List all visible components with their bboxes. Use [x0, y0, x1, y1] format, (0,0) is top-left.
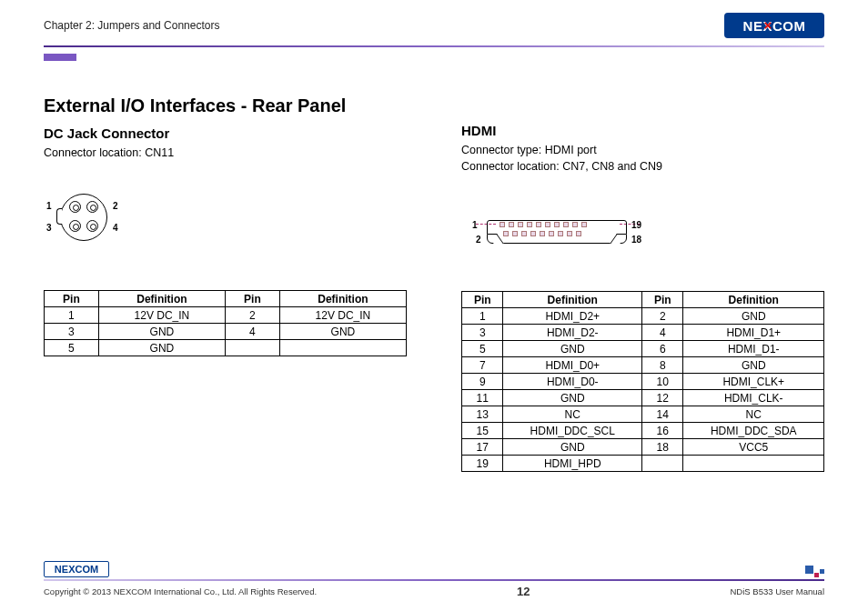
table-row: 9HDMI_D0-10HDMI_CLK+: [462, 374, 824, 390]
table-row: 3GND4GND: [45, 324, 407, 340]
table-cell: HDMI_D2+: [503, 308, 642, 325]
chapter-label: Chapter 2: Jumpers and Connectors: [44, 19, 219, 32]
header-accent-block: [44, 54, 76, 61]
page-footer: NEXCOM Copyright © 2013 NEXCOM Internati…: [44, 561, 824, 598]
dc-pin-label-3: 3: [46, 223, 52, 233]
table-cell: HDMI_HPD: [503, 456, 642, 472]
th: Definition: [683, 292, 824, 308]
table-cell: 8: [642, 357, 683, 374]
footer-accent-bar: [44, 579, 824, 581]
table-header-row: Pin Definition Pin Definition: [45, 291, 407, 307]
table-cell: GND: [98, 340, 225, 356]
table-cell: VCC5: [683, 439, 824, 456]
dc-table-body: 112V DC_IN212V DC_IN3GND4GND5GND: [45, 307, 407, 356]
table-row: 11GND12HDMI_CLK-: [462, 390, 824, 406]
hdmi-diagram: 1 19 2 18: [461, 211, 661, 256]
page-header: Chapter 2: Jumpers and Connectors NEXCOM: [44, 13, 824, 42]
table-cell: 15: [462, 423, 503, 439]
table-row: 3HDMI_D2-4HDMI_D1+: [462, 325, 824, 341]
table-header-row: Pin Definition Pin Definition: [462, 292, 824, 308]
table-row: 7HDMI_D0+8GND: [462, 357, 824, 374]
dc-jack-column: External I/O Interfaces - Rear Panel DC …: [44, 95, 407, 472]
table-cell: 16: [642, 423, 683, 439]
table-cell: 12: [642, 390, 683, 406]
dc-pin-table: Pin Definition Pin Definition 112V DC_IN…: [44, 290, 407, 356]
hdmi-column: HDMI Connector type: HDMI port Connector…: [461, 95, 824, 472]
table-cell: [683, 456, 824, 472]
th: Definition: [503, 292, 642, 308]
dc-pin-label-2: 2: [113, 201, 118, 211]
table-cell: 1: [462, 308, 503, 325]
table-cell: GND: [503, 390, 642, 406]
table-cell: HDMI_CLK+: [683, 374, 824, 390]
table-cell: 10: [642, 374, 683, 390]
hdmi-pin-label-18: 18: [631, 235, 641, 245]
table-cell: 7: [462, 357, 503, 374]
table-cell: HDMI_D1-: [683, 341, 824, 357]
table-cell: 18: [642, 439, 683, 456]
th: Pin: [462, 292, 503, 308]
hdmi-table-body: 1HDMI_D2+2GND3HDMI_D2-4HDMI_D1+5GND6HDMI…: [462, 308, 824, 472]
hdmi-type: Connector type: HDMI port: [461, 142, 824, 158]
table-cell: 6: [642, 341, 683, 357]
table-cell: 17: [462, 439, 503, 456]
table-cell: 5: [462, 341, 503, 357]
table-cell: 9: [462, 374, 503, 390]
table-cell: 12V DC_IN: [279, 307, 406, 324]
table-row: 112V DC_IN212V DC_IN: [45, 307, 407, 324]
table-cell: [225, 340, 279, 356]
table-cell: 1: [45, 307, 99, 324]
table-cell: HDMI_CLK-: [683, 390, 824, 406]
dc-section-title: DC Jack Connector: [44, 125, 407, 141]
table-row: 13NC14NC: [462, 406, 824, 423]
table-cell: HDMI_D2-: [503, 325, 642, 341]
th: Pin: [225, 291, 279, 307]
hdmi-pin-table: Pin Definition Pin Definition 1HDMI_D2+2…: [461, 291, 824, 472]
hdmi-pin-label-1: 1: [472, 220, 478, 230]
table-cell: 5: [45, 340, 99, 356]
nexcom-logo-top: NEXCOM: [724, 13, 824, 38]
hdmi-pin-label-19: 19: [631, 220, 641, 230]
dc-pin-label-4: 4: [113, 223, 118, 233]
table-cell: 4: [642, 325, 683, 341]
table-cell: GND: [503, 341, 642, 357]
table-cell: 2: [225, 307, 279, 324]
table-row: 5GND: [45, 340, 407, 356]
table-cell: 3: [45, 324, 99, 340]
table-cell: GND: [98, 324, 225, 340]
table-row: 15HDMI_DDC_SCL16HDMI_DDC_SDA: [462, 423, 824, 439]
th: Definition: [98, 291, 225, 307]
hdmi-location: Connector location: CN7, CN8 and CN9: [461, 158, 824, 175]
table-cell: HDMI_D1+: [683, 325, 824, 341]
header-accent-bar: [44, 44, 824, 48]
table-cell: 3: [462, 325, 503, 341]
table-cell: 4: [225, 324, 279, 340]
page-title: External I/O Interfaces - Rear Panel: [44, 95, 407, 116]
table-row: 17GND18VCC5: [462, 439, 824, 456]
table-cell: HDMI_D0-: [503, 374, 642, 390]
table-cell: 13: [462, 406, 503, 423]
th: Pin: [45, 291, 99, 307]
dc-location: Connector location: CN11: [44, 145, 407, 161]
table-cell: 19: [462, 456, 503, 472]
table-cell: GND: [503, 439, 642, 456]
table-row: 1HDMI_D2+2GND: [462, 308, 824, 325]
table-cell: NC: [503, 406, 642, 423]
nexcom-logo-bottom: NEXCOM: [44, 561, 109, 577]
table-cell: [279, 340, 406, 356]
table-row: 5GND6HDMI_D1-: [462, 341, 824, 357]
th: Pin: [642, 292, 683, 308]
table-cell: GND: [683, 308, 824, 325]
hdmi-pin-label-2: 2: [476, 235, 481, 245]
table-cell: 12V DC_IN: [98, 307, 225, 324]
table-cell: 11: [462, 390, 503, 406]
table-cell: 2: [642, 308, 683, 325]
page-number: 12: [517, 585, 530, 598]
copyright-text: Copyright © 2013 NEXCOM International Co…: [44, 586, 317, 596]
th: Definition: [279, 291, 406, 307]
table-cell: GND: [279, 324, 406, 340]
table-row: 19HDMI_HPD: [462, 456, 824, 472]
footer-decor-icon: [805, 566, 824, 577]
manual-name: NDiS B533 User Manual: [731, 586, 825, 596]
table-cell: 14: [642, 406, 683, 423]
